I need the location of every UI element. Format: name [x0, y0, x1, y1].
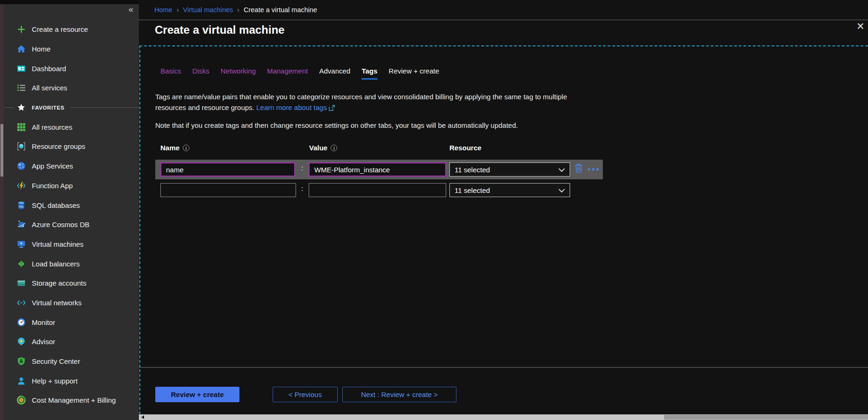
sidebar-item-virtual-machines[interactable]: Virtual machines [4, 235, 139, 254]
tags-note: Note that if you create tags and then ch… [155, 121, 518, 129]
network-icon [16, 298, 26, 307]
sidebar-item-help-support[interactable]: Help + support [4, 371, 139, 391]
sidebar-item-azure-cosmos-db[interactable]: Azure Cosmos DB [4, 215, 139, 235]
tab-management[interactable]: Management [267, 67, 308, 80]
support-icon [16, 376, 26, 385]
sidebar-top-bar [0, 0, 139, 4]
tag-value-input[interactable] [309, 183, 446, 197]
tab-disks[interactable]: Disks [192, 67, 210, 80]
sidebar-item-app-services[interactable]: App Services [4, 156, 139, 176]
tab-review-create[interactable]: Review + create [389, 67, 439, 80]
star-icon [16, 103, 26, 112]
sidebar-item-create-a-resource[interactable]: Create a resource [4, 20, 139, 39]
sidebar-item-label: Help + support [32, 377, 78, 385]
sidebar-item-virtual-networks[interactable]: Virtual networks [4, 293, 139, 313]
sidebar-item-monitor[interactable]: Monitor [4, 312, 139, 332]
header-divider [139, 20, 868, 20]
breadcrumb-item: Create a virtual machine [244, 6, 317, 14]
sidebar-item-label: Virtual machines [32, 240, 84, 248]
sidebar-item-storage-accounts[interactable]: Storage accounts [4, 273, 139, 293]
planet-icon [16, 220, 26, 229]
home-icon [16, 44, 26, 54]
next-button[interactable]: Next : Review + create > [342, 387, 456, 402]
tag-name-input[interactable] [160, 162, 295, 177]
breadcrumb-separator: › [177, 6, 179, 14]
info-icon[interactable]: i [183, 145, 189, 151]
footer-divider [139, 367, 868, 368]
sidebar-item-sql-databases[interactable]: SQLSQL databases [4, 195, 139, 215]
sidebar-item-label: FAVORITES [32, 105, 65, 111]
sidebar-item-label: App Services [32, 162, 73, 170]
sidebar-item-home[interactable]: Home [4, 39, 139, 59]
sidebar-item-cost-management-billing[interactable]: $Cost Management + Billing [4, 391, 139, 410]
sidebar-item-label: All resources [32, 123, 72, 131]
previous-button[interactable]: < Previous [273, 387, 338, 402]
horizontal-scrollbar[interactable] [139, 414, 868, 420]
grid-icon [16, 122, 26, 132]
column-header-value: Value i [309, 144, 337, 152]
info-icon[interactable]: i [331, 145, 337, 151]
advisor-icon [16, 337, 26, 346]
tag-value-input[interactable] [309, 162, 446, 177]
cost-icon: $ [16, 396, 26, 405]
delete-tag-icon[interactable] [574, 163, 583, 176]
sidebar-item-all-services[interactable]: All services [4, 78, 139, 98]
tags-description: Tags are name/value pairs that enable yo… [155, 92, 599, 114]
column-header-name: Name i [160, 144, 189, 152]
globe-icon [16, 162, 26, 171]
sidebar-scrollbar-thumb[interactable] [0, 124, 3, 177]
sidebar-item-advisor[interactable]: Advisor [4, 332, 139, 352]
chevron-down-icon [558, 166, 565, 174]
sidebar-item-label: Resource groups [32, 142, 85, 150]
sidebar-item-label: Create a resource [32, 25, 88, 33]
shield-icon [16, 357, 26, 366]
chevron-down-icon [558, 186, 565, 194]
balancer-icon [16, 259, 26, 268]
sidebar-item-label: SQL databases [32, 201, 80, 209]
review-create-button[interactable]: Review + create [155, 387, 239, 402]
resource-dropdown[interactable]: 11 selected [449, 183, 570, 197]
sidebar-item-label: Azure Cosmos DB [32, 221, 89, 228]
sidebar-item-label: Cost Management + Billing [32, 396, 116, 404]
page-title: Create a virtual machine [155, 23, 284, 37]
sidebar-item-all-resources[interactable]: All resources [4, 117, 139, 137]
sidebar-item-label: Dashboard [32, 65, 66, 73]
sidebar-item-dashboard[interactable]: Dashboard [4, 59, 139, 78]
sidebar-collapse-icon[interactable]: « [125, 4, 137, 15]
sidebar-item-function-app[interactable]: Function App [4, 176, 139, 196]
sidebar: Create a resourceHomeDashboardAll servic… [4, 0, 139, 420]
list-icon [16, 83, 26, 93]
svg-text:$: $ [20, 398, 22, 403]
learn-more-link[interactable]: Learn more about tags [256, 103, 327, 111]
external-link-icon [329, 103, 335, 114]
more-actions-icon[interactable] [588, 168, 599, 170]
sidebar-scrollbar-track[interactable] [0, 0, 4, 420]
breadcrumb-item[interactable]: Home [154, 6, 173, 14]
dashboard-icon [16, 64, 26, 73]
tab-basics[interactable]: Basics [160, 67, 181, 80]
tab-tags[interactable]: Tags [362, 67, 377, 80]
monitor-icon [16, 239, 26, 249]
azure-portal-window: Create a resourceHomeDashboardAll servic… [0, 0, 868, 420]
breadcrumb: Home›Virtual machines›Create a virtual m… [154, 0, 317, 20]
colon-separator: : [301, 184, 303, 192]
close-icon[interactable]: × [854, 20, 867, 33]
sidebar-item-load-balancers[interactable]: Load balancers [4, 254, 139, 273]
scroll-left-arrow-icon[interactable] [141, 415, 144, 419]
column-header-resource: Resource [449, 144, 481, 152]
horizontal-scrollbar-thumb[interactable] [664, 415, 868, 420]
sidebar-item-resource-groups[interactable]: Resource groups [4, 137, 139, 156]
colon-separator: : [301, 164, 303, 172]
tab-advanced[interactable]: Advanced [319, 67, 350, 80]
tab-bar: BasicsDisksNetworkingManagementAdvancedT… [160, 67, 439, 80]
resource-dropdown[interactable]: 11 selected [449, 162, 570, 177]
tab-networking[interactable]: Networking [221, 67, 256, 80]
tag-name-input[interactable] [160, 183, 296, 197]
sidebar-nav: Create a resourceHomeDashboardAll servic… [4, 20, 139, 410]
sidebar-item-security-center[interactable]: Security Center [4, 352, 139, 371]
lightning-icon [16, 181, 26, 190]
tags-description-text: Tags are name/value pairs that enable yo… [155, 93, 567, 111]
storage-icon [16, 279, 26, 288]
sidebar-item-label: All services [32, 84, 67, 92]
breadcrumb-item[interactable]: Virtual machines [183, 6, 233, 14]
